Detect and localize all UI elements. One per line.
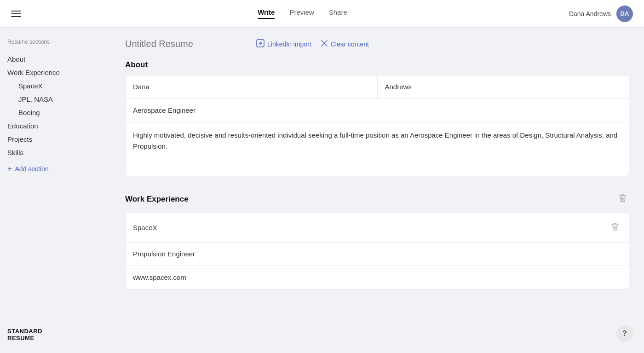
content-area: LinkedIn import Clear content About bbox=[110, 28, 644, 353]
linkedin-import-icon bbox=[256, 39, 264, 49]
name-row bbox=[126, 75, 629, 99]
about-section-title: About bbox=[125, 60, 148, 69]
delete-work-experience-button[interactable] bbox=[616, 191, 629, 207]
top-nav: Write Preview Share Dana Andrews DA bbox=[0, 0, 644, 28]
trash-icon-spacex bbox=[610, 221, 620, 231]
sidebar: Resume sections About Work Experience Sp… bbox=[0, 28, 110, 353]
job-title-cell bbox=[126, 99, 629, 122]
brand-logo: STANDARD RESUME bbox=[7, 328, 103, 342]
summary-row: Highly motivated, decisive and results-o… bbox=[126, 122, 629, 176]
about-section: About Highly bbox=[125, 60, 629, 176]
resume-title-input[interactable] bbox=[125, 39, 242, 49]
sidebar-item-education[interactable]: Education bbox=[7, 119, 103, 133]
trash-icon bbox=[618, 193, 627, 203]
sidebar-item-spacex[interactable]: SpaceX bbox=[7, 79, 103, 93]
avatar[interactable]: DA bbox=[616, 6, 633, 22]
sidebar-item-about[interactable]: About bbox=[7, 52, 103, 66]
last-name-input[interactable] bbox=[385, 83, 622, 91]
first-name-cell bbox=[126, 75, 378, 98]
job-title-row bbox=[126, 99, 629, 122]
work-experience-header: Work Experience bbox=[125, 191, 629, 207]
tab-preview[interactable]: Preview bbox=[289, 8, 314, 19]
spacex-card-header: SpaceX bbox=[126, 213, 629, 243]
clear-icon bbox=[321, 40, 328, 49]
about-section-header: About bbox=[125, 60, 629, 69]
spacex-website-input[interactable] bbox=[133, 273, 621, 281]
user-name: Dana Andrews bbox=[569, 10, 611, 17]
user-area: Dana Andrews DA bbox=[569, 6, 633, 22]
spacex-card: SpaceX bbox=[125, 213, 629, 289]
sidebar-label: Resume sections bbox=[7, 39, 103, 45]
toolbar: LinkedIn import Clear content bbox=[125, 39, 629, 49]
add-section-label: Add section bbox=[15, 165, 49, 173]
sidebar-item-skills[interactable]: Skills bbox=[7, 146, 103, 159]
hamburger-menu[interactable] bbox=[11, 11, 21, 17]
work-experience-title: Work Experience bbox=[125, 195, 189, 204]
sidebar-item-jpl-nasa[interactable]: JPL, NASA bbox=[7, 93, 103, 106]
plus-icon: + bbox=[7, 165, 12, 173]
about-form-card: Highly motivated, decisive and results-o… bbox=[125, 75, 629, 176]
main-layout: Resume sections About Work Experience Sp… bbox=[0, 28, 644, 353]
spacex-card-body bbox=[126, 243, 629, 289]
sidebar-item-boeing[interactable]: Boeing bbox=[7, 106, 103, 119]
tab-write[interactable]: Write bbox=[258, 8, 275, 19]
linkedin-import-button[interactable]: LinkedIn import bbox=[256, 39, 311, 49]
job-title-input[interactable] bbox=[133, 106, 621, 114]
spacex-job-title-input[interactable] bbox=[133, 250, 621, 258]
summary-textarea[interactable]: Highly motivated, decisive and results-o… bbox=[133, 130, 621, 167]
first-name-input[interactable] bbox=[133, 83, 370, 91]
toolbar-actions: LinkedIn import Clear content bbox=[256, 39, 369, 49]
linkedin-import-label: LinkedIn import bbox=[267, 41, 311, 48]
sidebar-item-projects[interactable]: Projects bbox=[7, 133, 103, 146]
spacex-company-name: SpaceX bbox=[133, 224, 157, 231]
summary-cell: Highly motivated, decisive and results-o… bbox=[126, 122, 629, 176]
work-experience-section: Work Experience SpaceX bbox=[125, 191, 629, 289]
tab-share[interactable]: Share bbox=[329, 8, 347, 19]
last-name-cell bbox=[378, 75, 629, 98]
spacex-job-title-cell bbox=[126, 243, 629, 266]
add-section-button[interactable]: + Add section bbox=[7, 165, 103, 173]
clear-content-label: Clear content bbox=[331, 41, 369, 48]
spacex-website-row bbox=[126, 266, 629, 289]
sidebar-item-work-experience[interactable]: Work Experience bbox=[7, 66, 103, 79]
clear-content-button[interactable]: Clear content bbox=[321, 40, 369, 49]
help-button[interactable]: ? bbox=[616, 325, 633, 342]
spacex-website-cell bbox=[126, 266, 629, 289]
delete-spacex-button[interactable] bbox=[609, 220, 621, 236]
nav-tabs: Write Preview Share bbox=[36, 8, 569, 19]
spacex-job-title-row bbox=[126, 243, 629, 266]
